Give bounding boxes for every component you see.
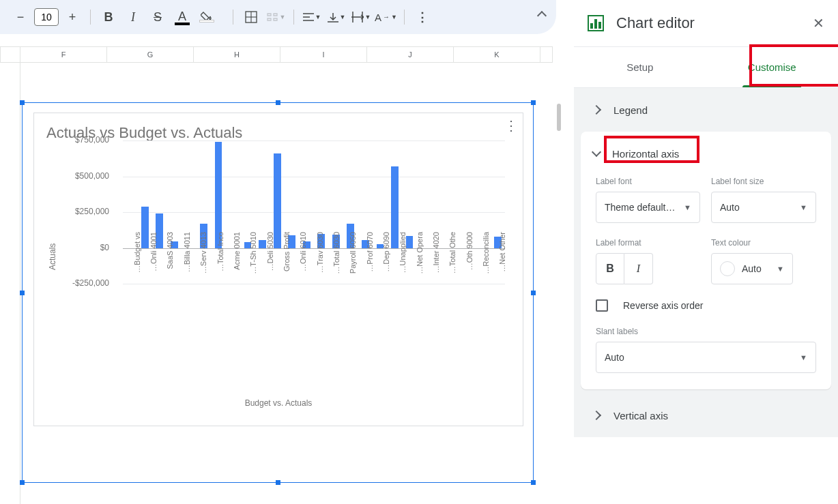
chart-editor-sidebar: Chart editor ✕ Setup Customise Legend Ho… <box>573 0 838 34</box>
strikethrough-button[interactable]: S <box>147 6 169 28</box>
vertical-align-button[interactable]: ▼ <box>326 6 347 28</box>
chart-editor-icon <box>588 15 604 31</box>
font-size-input[interactable] <box>34 8 59 26</box>
horizontal-align-button[interactable]: ▼ <box>301 6 323 28</box>
text-wrap-button[interactable]: ▼ <box>350 6 372 28</box>
bold-button[interactable]: B <box>98 6 119 28</box>
decrease-font-size-button[interactable]: − <box>10 6 31 28</box>
increase-font-size-button[interactable]: + <box>61 6 83 28</box>
sidebar-title: Chart editor <box>616 14 695 32</box>
text-rotation-button[interactable]: A→ ▼ <box>375 6 397 28</box>
collapse-toolbar-button[interactable] <box>538 10 545 22</box>
more-toolbar-button[interactable]: ⋮ <box>411 6 433 28</box>
close-sidebar-button[interactable]: ✕ <box>813 15 824 31</box>
formatting-toolbar: − + B I S A ▼ ▼ ▼ ▼ A→ ▼ ⋮ <box>0 0 556 34</box>
borders-button[interactable] <box>240 6 262 28</box>
merge-cells-button[interactable]: ▼ <box>265 6 287 28</box>
text-color-button[interactable]: A <box>171 6 193 28</box>
fill-color-button[interactable] <box>196 6 218 28</box>
italic-button[interactable]: I <box>122 6 144 28</box>
